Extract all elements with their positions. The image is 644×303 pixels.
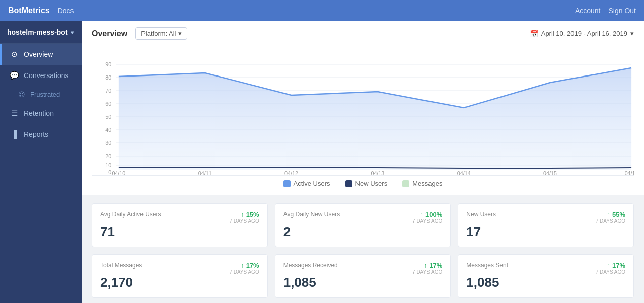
legend-active-users: Active Users bbox=[283, 180, 330, 187]
legend-messages-dot bbox=[402, 180, 409, 187]
messages-sent-pct: ↑ 17% bbox=[607, 262, 625, 269]
stats-row-2: Total Messages ↑ 17% 7 DAYS AGO 2,170 Me… bbox=[92, 254, 634, 298]
svg-text:04/15: 04/15 bbox=[543, 170, 557, 175]
sidebar-item-frustrated[interactable]: ☹ Frustrated bbox=[0, 86, 82, 103]
chart-area: 90 80 70 60 50 40 30 20 10 0 bbox=[92, 54, 634, 175]
avg-daily-new-ago: 7 DAYS AGO bbox=[412, 218, 442, 224]
avg-daily-new-pct: ↑ 100% bbox=[420, 211, 442, 218]
legend-new-users: New Users bbox=[345, 180, 388, 187]
stat-card-messages-received: Messages Received ↑ 17% 7 DAYS AGO 1,085 bbox=[275, 254, 451, 298]
stat-card-avg-daily-new-header: Avg Daily New Users ↑ 100% 7 DAYS AGO bbox=[283, 211, 443, 224]
header-left: Overview Platform: All ▾ bbox=[92, 27, 187, 40]
date-range-text: April 10, 2019 - April 16, 2019 bbox=[541, 30, 627, 37]
sidebar-label-overview: Overview bbox=[24, 50, 53, 58]
avg-daily-new-change: ↑ 100% 7 DAYS AGO bbox=[412, 211, 442, 224]
frustrated-icon: ☹ bbox=[18, 91, 25, 98]
topnav-left: BotMetrics Docs bbox=[8, 6, 74, 15]
messages-received-label: Messages Received bbox=[283, 262, 338, 269]
stat-card-avg-daily-active: Avg Daily Active Users ↑ 15% 7 DAYS AGO … bbox=[92, 203, 268, 247]
svg-text:10: 10 bbox=[105, 162, 111, 168]
calendar-icon: 📅 bbox=[530, 30, 538, 38]
legend-messages: Messages bbox=[402, 180, 442, 187]
stats-section: Avg Daily Active Users ↑ 15% 7 DAYS AGO … bbox=[82, 195, 644, 303]
svg-text:80: 80 bbox=[105, 74, 111, 81]
messages-sent-value: 1,085 bbox=[466, 275, 625, 290]
avg-daily-active-change: ↑ 15% 7 DAYS AGO bbox=[229, 211, 259, 224]
stats-row-1: Avg Daily Active Users ↑ 15% 7 DAYS AGO … bbox=[92, 203, 634, 247]
bot-selector[interactable]: hostelm-mess-bot ▾ bbox=[0, 21, 82, 44]
topnav: BotMetrics Docs Account Sign Out bbox=[0, 0, 644, 21]
sidebar-label-reports: Reports bbox=[24, 130, 48, 138]
topnav-right: Account Sign Out bbox=[575, 7, 636, 15]
date-caret-icon: ▾ bbox=[630, 30, 634, 37]
account-link[interactable]: Account bbox=[575, 7, 601, 15]
stat-card-new-users-header: New Users ↑ 55% 7 DAYS AGO bbox=[466, 211, 625, 224]
avg-daily-active-value: 71 bbox=[100, 224, 259, 240]
sidebar-item-conversations[interactable]: 💬 Conversations bbox=[0, 65, 82, 86]
platform-caret-icon: ▾ bbox=[178, 30, 182, 37]
overview-icon: ⊙ bbox=[10, 50, 19, 59]
sidebar-item-retention[interactable]: ☰ Retention bbox=[0, 103, 82, 124]
new-users-label: New Users bbox=[466, 211, 496, 218]
main-header: Overview Platform: All ▾ 📅 April 10, 201… bbox=[82, 21, 644, 46]
messages-sent-ago: 7 DAYS AGO bbox=[596, 269, 625, 275]
messages-sent-label: Messages Sent bbox=[466, 262, 508, 269]
conversations-icon: 💬 bbox=[10, 71, 19, 80]
page-title: Overview bbox=[92, 29, 127, 38]
svg-text:90: 90 bbox=[105, 61, 111, 67]
stat-card-avg-daily-active-header: Avg Daily Active Users ↑ 15% 7 DAYS AGO bbox=[100, 211, 259, 224]
stat-card-new-users: New Users ↑ 55% 7 DAYS AGO 17 bbox=[458, 203, 634, 247]
new-users-ago: 7 DAYS AGO bbox=[596, 218, 625, 224]
caret-icon: ▾ bbox=[71, 30, 74, 35]
signout-link[interactable]: Sign Out bbox=[609, 7, 636, 15]
avg-daily-active-pct: ↑ 15% bbox=[241, 211, 259, 218]
avg-daily-new-label: Avg Daily New Users bbox=[283, 211, 340, 218]
legend-active-label: Active Users bbox=[294, 180, 330, 187]
svg-text:04/13: 04/13 bbox=[371, 170, 384, 175]
brand-logo: BotMetrics bbox=[8, 6, 50, 15]
chart-svg: 90 80 70 60 50 40 30 20 10 0 bbox=[92, 54, 634, 175]
messages-received-ago: 7 DAYS AGO bbox=[412, 269, 442, 275]
stat-card-messages-sent-header: Messages Sent ↑ 17% 7 DAYS AGO bbox=[466, 262, 625, 275]
svg-text:30: 30 bbox=[105, 140, 111, 146]
date-range-picker[interactable]: 📅 April 10, 2019 - April 16, 2019 ▾ bbox=[530, 30, 634, 38]
sidebar-label-frustrated: Frustrated bbox=[30, 91, 60, 98]
docs-link[interactable]: Docs bbox=[58, 7, 74, 15]
sidebar: hostelm-mess-bot ▾ ⊙ Overview 💬 Conversa… bbox=[0, 21, 82, 303]
avg-daily-active-ago: 7 DAYS AGO bbox=[229, 218, 259, 224]
stat-card-total-messages: Total Messages ↑ 17% 7 DAYS AGO 2,170 bbox=[92, 254, 268, 298]
reports-icon: ▐ bbox=[10, 130, 19, 138]
sidebar-item-overview[interactable]: ⊙ Overview bbox=[0, 44, 82, 65]
legend-new-label: New Users bbox=[355, 180, 388, 187]
avg-daily-new-value: 2 bbox=[283, 224, 443, 240]
stat-card-total-messages-header: Total Messages ↑ 17% 7 DAYS AGO bbox=[100, 262, 259, 275]
svg-text:20: 20 bbox=[105, 153, 111, 159]
messages-received-value: 1,085 bbox=[283, 275, 443, 290]
svg-text:04/11: 04/11 bbox=[198, 170, 212, 175]
platform-dropdown[interactable]: Platform: All ▾ bbox=[135, 27, 187, 40]
new-users-change: ↑ 55% 7 DAYS AGO bbox=[596, 211, 625, 224]
svg-text:50: 50 bbox=[105, 114, 111, 120]
total-messages-ago: 7 DAYS AGO bbox=[229, 269, 259, 275]
sidebar-label-conversations: Conversations bbox=[24, 71, 69, 80]
total-messages-label: Total Messages bbox=[100, 262, 142, 269]
sidebar-label-retention: Retention bbox=[24, 109, 54, 117]
svg-text:04/12: 04/12 bbox=[284, 170, 298, 175]
svg-text:04/10: 04/10 bbox=[112, 170, 125, 175]
total-messages-value: 2,170 bbox=[100, 275, 259, 290]
svg-text:60: 60 bbox=[105, 101, 111, 107]
retention-icon: ☰ bbox=[10, 109, 19, 118]
chart-legend: Active Users New Users Messages bbox=[92, 175, 634, 190]
avg-daily-active-label: Avg Daily Active Users bbox=[100, 211, 161, 218]
total-messages-change: ↑ 17% 7 DAYS AGO bbox=[229, 262, 259, 275]
svg-text:40: 40 bbox=[105, 127, 111, 133]
stat-card-avg-daily-new: Avg Daily New Users ↑ 100% 7 DAYS AGO 2 bbox=[275, 203, 451, 247]
new-users-value: 17 bbox=[466, 224, 625, 240]
svg-text:70: 70 bbox=[105, 88, 111, 94]
stat-card-messages-received-header: Messages Received ↑ 17% 7 DAYS AGO bbox=[283, 262, 443, 275]
svg-text:04/14: 04/14 bbox=[457, 170, 471, 175]
messages-received-pct: ↑ 17% bbox=[424, 262, 442, 269]
stat-card-messages-sent: Messages Sent ↑ 17% 7 DAYS AGO 1,085 bbox=[458, 254, 634, 298]
new-users-pct: ↑ 55% bbox=[607, 211, 625, 218]
sidebar-item-reports[interactable]: ▐ Reports bbox=[0, 124, 82, 144]
